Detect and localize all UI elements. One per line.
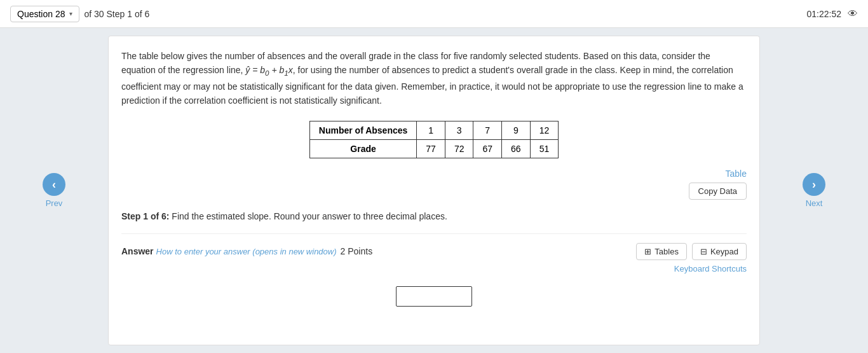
keypad-icon: ⊟ — [700, 247, 707, 256]
prev-label: Prev — [46, 198, 63, 208]
table-cell: 3 — [445, 121, 473, 139]
table-header-absences: Number of Absences — [309, 121, 417, 139]
eye-icon[interactable]: 👁 — [848, 8, 858, 20]
answer-header-left: Answer How to enter your answer (opens i… — [121, 246, 372, 256]
table-cell: 12 — [530, 121, 559, 139]
table-cell: 7 — [473, 121, 502, 139]
question-selector: Question 28 ▾ of 30 Step 1 of 6 — [10, 6, 149, 22]
main-content: ‹ Prev The table below gives the number … — [0, 28, 868, 353]
question-text: The table below gives the number of abse… — [121, 49, 747, 108]
step-label: Step 1 of 6: — [121, 211, 169, 221]
tables-button[interactable]: ⊞ Tables — [636, 243, 687, 260]
data-table: Number of Absences 1 3 7 9 12 Grade 77 7… — [309, 121, 559, 158]
answer-input[interactable] — [396, 286, 472, 307]
answer-label: Answer — [121, 246, 154, 256]
copy-data-row: Copy Data — [121, 183, 747, 200]
table-link-row: Table — [121, 169, 747, 179]
table-cell: 51 — [530, 139, 559, 158]
keypad-label: Keypad — [710, 247, 738, 256]
question-dropdown[interactable]: Question 28 ▾ — [10, 6, 79, 22]
answer-tools: ⊞ Tables ⊟ Keypad — [636, 243, 747, 260]
of-label: of 30 Step 1 of 6 — [85, 9, 150, 19]
keypad-button[interactable]: ⊟ Keypad — [692, 243, 747, 260]
top-bar: Question 28 ▾ of 30 Step 1 of 6 01:22:52… — [0, 0, 868, 28]
table-cell: 9 — [502, 121, 531, 139]
how-to-link[interactable]: How to enter your answer (opens in new w… — [156, 247, 337, 256]
table-cell: 77 — [417, 139, 445, 158]
table-cell: 66 — [502, 139, 531, 158]
table-header-grade: Grade — [309, 139, 417, 158]
table-cell: 1 — [417, 121, 445, 139]
table-link[interactable]: Table — [726, 169, 747, 179]
table-cell: 72 — [445, 139, 473, 158]
prev-arrow-circle: ‹ — [43, 173, 65, 196]
answer-section: Answer How to enter your answer (opens i… — [121, 233, 747, 307]
question-label: Question 28 — [17, 9, 65, 19]
next-label: Next — [806, 198, 823, 208]
right-nav: › Next — [760, 28, 868, 353]
answer-input-row — [121, 286, 747, 307]
next-arrow-circle: › — [803, 173, 825, 196]
shortcuts-link-row: Keyboard Shortcuts — [121, 264, 747, 273]
copy-data-button[interactable]: Copy Data — [689, 183, 747, 200]
table-cell: 67 — [473, 139, 502, 158]
tables-icon: ⊞ — [644, 247, 651, 256]
timer-area: 01:22:52 👁 — [807, 8, 858, 20]
next-arrow: › — [812, 178, 816, 191]
left-nav: ‹ Prev — [0, 28, 108, 353]
keyboard-shortcuts-link[interactable]: Keyboard Shortcuts — [674, 264, 747, 273]
answer-header: Answer How to enter your answer (opens i… — [121, 243, 747, 260]
dropdown-arrow: ▾ — [69, 10, 72, 17]
tables-label: Tables — [654, 247, 679, 256]
next-button[interactable]: › Next — [803, 173, 825, 208]
prev-button[interactable]: ‹ Prev — [43, 173, 65, 208]
prev-arrow: ‹ — [52, 178, 56, 191]
points-label: 2 Points — [341, 246, 373, 256]
step-description: Find the estimated slope. Round your ans… — [172, 211, 447, 221]
content-area: The table below gives the number of abse… — [108, 36, 760, 345]
step-text: Step 1 of 6: Find the estimated slope. R… — [121, 210, 747, 223]
timer: 01:22:52 — [807, 9, 842, 19]
